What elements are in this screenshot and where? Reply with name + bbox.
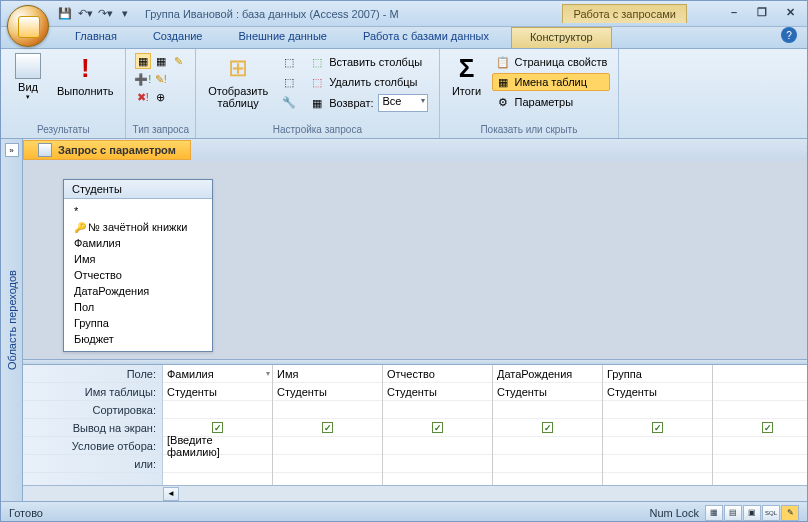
cell-sort[interactable] xyxy=(273,401,382,419)
document-tab[interactable]: Запрос с параметром xyxy=(23,140,191,160)
cell-table[interactable]: Студенты xyxy=(163,383,272,401)
qat-customize-icon[interactable]: ▾ xyxy=(117,6,133,22)
cell-table[interactable] xyxy=(713,383,808,401)
totals-button[interactable]: Σ Итоги xyxy=(446,51,488,99)
query-design-surface[interactable]: Студенты *🔑№ зачётной книжкиФамилияИмяОт… xyxy=(23,161,808,359)
tab-create[interactable]: Создание xyxy=(135,27,221,48)
pivotchart-view-btn[interactable]: ▣ xyxy=(743,505,761,521)
cell-field[interactable]: Отчество xyxy=(383,365,492,383)
show-checkbox[interactable]: ✓ xyxy=(762,422,773,433)
office-orb[interactable] xyxy=(7,5,49,47)
cell-criteria[interactable] xyxy=(713,437,808,455)
help-icon[interactable]: ? xyxy=(781,27,797,43)
make-table-icon[interactable]: ✎ xyxy=(171,53,187,69)
show-checkbox[interactable]: ✓ xyxy=(322,422,333,433)
table-field[interactable]: Отчество xyxy=(66,267,210,283)
cell-or[interactable] xyxy=(603,455,712,473)
show-checkbox[interactable]: ✓ xyxy=(652,422,663,433)
tab-external-data[interactable]: Внешние данные xyxy=(221,27,345,48)
insert-rows-button[interactable]: ⬚ xyxy=(278,53,300,71)
navpane-toggle-icon[interactable]: » xyxy=(5,143,19,157)
table-field[interactable]: 🔑№ зачётной книжки xyxy=(66,219,210,235)
cell-sort[interactable] xyxy=(603,401,712,419)
select-query-icon[interactable]: ▦ xyxy=(135,53,151,69)
cell-criteria[interactable]: [Введите фамилию] xyxy=(163,437,272,455)
parameters-button[interactable]: ⚙Параметры xyxy=(492,93,611,111)
table-field[interactable]: Бюджет xyxy=(66,331,210,347)
label-table: Имя таблицы: xyxy=(23,383,162,401)
cell-criteria[interactable] xyxy=(603,437,712,455)
cell-show[interactable]: ✓ xyxy=(383,419,492,437)
cell-criteria[interactable] xyxy=(273,437,382,455)
crosstab-icon[interactable]: ▦ xyxy=(153,53,169,69)
design-view-btn[interactable]: ✎ xyxy=(781,505,799,521)
table-field[interactable]: Имя xyxy=(66,251,210,267)
undo-icon[interactable]: ↶▾ xyxy=(77,6,93,22)
cell-show[interactable]: ✓ xyxy=(603,419,712,437)
cell-sort[interactable] xyxy=(713,401,808,419)
cell-sort[interactable] xyxy=(163,401,272,419)
tab-home[interactable]: Главная xyxy=(57,27,135,48)
union-icon[interactable]: ⊕ xyxy=(153,89,169,105)
table-widget[interactable]: Студенты *🔑№ зачётной книжкиФамилияИмяОт… xyxy=(63,179,213,352)
append-query-icon[interactable]: ➕! xyxy=(135,71,151,87)
table-field[interactable]: Пол xyxy=(66,299,210,315)
cell-or[interactable] xyxy=(713,455,808,473)
cell-field[interactable]: Фамилия xyxy=(163,365,272,383)
cell-criteria[interactable] xyxy=(493,437,602,455)
minimize-button[interactable]: – xyxy=(725,5,743,19)
table-field[interactable]: ДатаРождения xyxy=(66,283,210,299)
show-checkbox[interactable]: ✓ xyxy=(212,422,223,433)
redo-icon[interactable]: ↷▾ xyxy=(97,6,113,22)
view-button[interactable]: Вид▾ xyxy=(7,51,49,103)
property-sheet-button[interactable]: 📋Страница свойств xyxy=(492,53,611,71)
cell-table[interactable]: Студенты xyxy=(603,383,712,401)
delete-query-icon[interactable]: ✖! xyxy=(135,89,151,105)
show-checkbox[interactable]: ✓ xyxy=(542,422,553,433)
tab-design[interactable]: Конструктор xyxy=(511,27,612,48)
cell-or[interactable] xyxy=(273,455,382,473)
cell-criteria[interactable] xyxy=(383,437,492,455)
cell-table[interactable]: Студенты xyxy=(273,383,382,401)
cell-show[interactable]: ✓ xyxy=(713,419,808,437)
cell-or[interactable] xyxy=(383,455,492,473)
cell-or[interactable] xyxy=(163,455,272,473)
cell-or[interactable] xyxy=(493,455,602,473)
show-table-button[interactable]: ⊞ Отобразить таблицу xyxy=(202,51,274,111)
document-close-button[interactable]: ✕ xyxy=(801,141,808,159)
insert-cols-button[interactable]: ⬚Вставить столбцы xyxy=(306,53,430,71)
cell-show[interactable]: ✓ xyxy=(273,419,382,437)
cell-field[interactable] xyxy=(713,365,808,383)
cell-field[interactable]: Имя xyxy=(273,365,382,383)
run-button[interactable]: ! Выполнить xyxy=(51,51,119,99)
restore-button[interactable]: ❐ xyxy=(753,5,771,19)
cell-show[interactable]: ✓ xyxy=(493,419,602,437)
cell-table[interactable]: Студенты xyxy=(383,383,492,401)
builder-button[interactable]: 🔧 xyxy=(278,93,300,111)
datasheet-view-btn[interactable]: ▦ xyxy=(705,505,723,521)
primary-key-icon: 🔑 xyxy=(74,222,84,232)
table-field[interactable]: Фамилия xyxy=(66,235,210,251)
delete-rows-button[interactable]: ⬚ xyxy=(278,73,300,91)
close-button[interactable]: ✕ xyxy=(781,5,799,19)
cell-field[interactable]: Группа xyxy=(603,365,712,383)
cell-sort[interactable] xyxy=(383,401,492,419)
table-field[interactable]: Группа xyxy=(66,315,210,331)
tab-db-tools[interactable]: Работа с базами данных xyxy=(345,27,507,48)
table-names-button[interactable]: ▦Имена таблиц xyxy=(492,73,611,91)
scroll-track[interactable] xyxy=(179,487,807,501)
pivottable-view-btn[interactable]: ▤ xyxy=(724,505,742,521)
navigation-pane[interactable]: » Область переходов xyxy=(1,139,23,501)
cell-table[interactable]: Студенты xyxy=(493,383,602,401)
table-field[interactable]: * xyxy=(66,203,210,219)
update-query-icon[interactable]: ✎! xyxy=(153,71,169,87)
show-checkbox[interactable]: ✓ xyxy=(432,422,443,433)
sql-view-btn[interactable]: SQL xyxy=(762,505,780,521)
horizontal-scrollbar[interactable]: ◄ ► xyxy=(23,485,808,501)
scroll-left-icon[interactable]: ◄ xyxy=(163,487,179,501)
delete-cols-button[interactable]: ⬚Удалить столбцы xyxy=(306,73,430,91)
save-icon[interactable]: 💾 xyxy=(57,6,73,22)
cell-field[interactable]: ДатаРождения xyxy=(493,365,602,383)
return-dropdown[interactable]: Все xyxy=(378,94,428,112)
cell-sort[interactable] xyxy=(493,401,602,419)
